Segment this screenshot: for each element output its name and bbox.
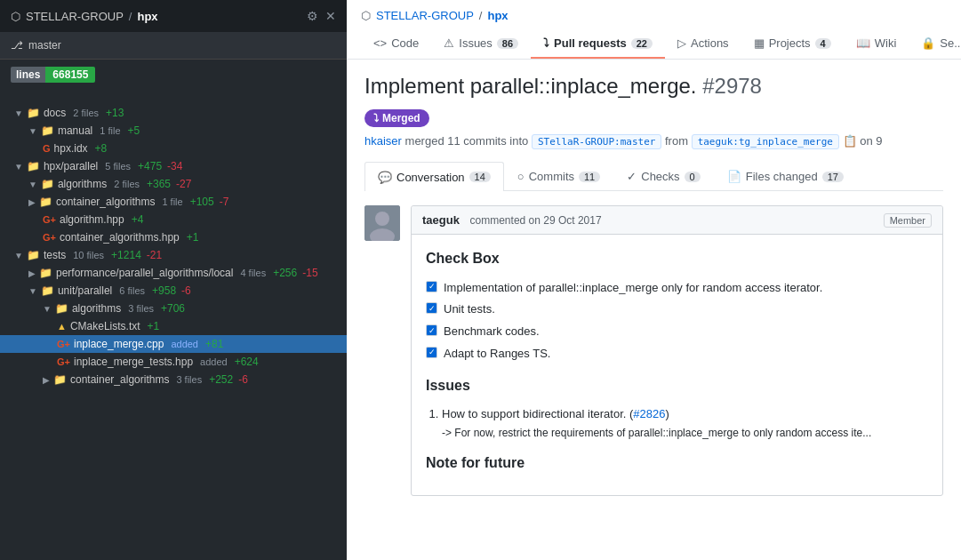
comment-header: taeguk commented on 29 Oct 2017 Member [412, 206, 942, 235]
tab-issues[interactable]: ⚠ Issues 86 [431, 29, 531, 59]
comment-author[interactable]: taeguk [422, 213, 460, 227]
pr-meta-merged-text: merged [405, 134, 448, 148]
merge-icon: ⤵ [373, 112, 379, 124]
issues-icon: ⚠ [444, 36, 454, 50]
tree-item-container-algorithms-hpp[interactable]: G+ container_algorithms.hpp +1 [0, 228, 347, 246]
tree-item-algorithm-hpp[interactable]: G+ algorithm.hpp +4 [0, 211, 347, 228]
tree-item-cmakelists[interactable]: ▲ CMakeLists.txt +1 [0, 317, 347, 335]
nav-home-icon: ⬡ [361, 9, 371, 22]
subtab-commits[interactable]: ○ Commits 11 [504, 162, 613, 190]
tree-item-inplace-merge-cpp[interactable]: G+ inplace_merge.cpp added +81 [0, 335, 347, 353]
subtab-files-changed[interactable]: 📄 Files changed 17 [714, 162, 857, 190]
added-label: added [171, 339, 198, 349]
merged-badge: ⤵ Merged [364, 109, 429, 127]
repo-name-link[interactable]: hpx [487, 9, 508, 22]
pr-content: Implement parallel::inplace_merge. #2978… [347, 60, 961, 528]
count-info: 6 files [119, 285, 145, 296]
tree-item-container-algorithms-2[interactable]: ▶ 📁 container_algorithms 3 files +252 -6 [0, 371, 347, 388]
comment-body: Check Box ✓ Implementation of parallel::… [412, 235, 942, 495]
member-badge: Member [884, 213, 932, 228]
expand-icon: ▼ [43, 304, 52, 314]
added-count: +8 [95, 142, 108, 155]
issues-count: 86 [497, 38, 518, 49]
removed-count: -15 [302, 267, 317, 279]
checkbox: ✓ [426, 281, 437, 292]
pr-base-branch[interactable]: STellaR-GROUP:master [532, 134, 661, 149]
tab-issues-label: Issues [459, 36, 493, 50]
avatar [364, 205, 400, 241]
checkbox: ✓ [426, 347, 437, 358]
sidebar-header: ⬡ STELLAR-GROUP / hpx ⚙ ✕ [0, 0, 347, 32]
pr-title: Implement parallel::inplace_merge. #2978 [364, 74, 943, 99]
added-count: +81 [205, 338, 223, 350]
tree-item-inplace-merge-tests[interactable]: G+ inplace_merge_tests.hpp added +624 [0, 353, 347, 371]
checklist-text: Benchmark codes. [444, 323, 540, 341]
filename: docs [44, 107, 66, 119]
subtab-conversation[interactable]: 💬 Conversation 14 [364, 162, 504, 191]
tree-item-docs[interactable]: ▼ 📁 docs 2 files +13 [0, 104, 347, 122]
pr-number: #2978 [702, 74, 762, 98]
files-icon: 📄 [727, 170, 741, 183]
pr-head-branch[interactable]: taeguk:tg_inplace_merge [692, 134, 839, 149]
tab-projects[interactable]: ▦ Projects 4 [741, 29, 844, 59]
pr-meta-text: hkaiser merged 11 commits into STellaR-G… [364, 134, 883, 148]
pr-author-link[interactable]: hkaiser [364, 134, 402, 148]
expand-icon: ▼ [14, 108, 23, 118]
filename: CMakeLists.txt [70, 320, 140, 332]
tree-item-container-algorithms-1[interactable]: ▶ 📁 container_algorithms 1 file +105 -7 [0, 193, 347, 211]
comment-box: taeguk commented on 29 Oct 2017 Member C… [411, 205, 943, 496]
count-info: 1 file [100, 125, 120, 136]
added-count: +5 [128, 124, 140, 137]
filename: hpx.idx [54, 142, 88, 155]
tab-pull-requests[interactable]: ⤵ Pull requests 22 [531, 29, 665, 59]
tree-item-unit-parallel[interactable]: ▼ 📁 unit/parallel 6 files +958 -6 [0, 282, 347, 300]
lines-value: 668155 [45, 67, 95, 83]
subtab-checks[interactable]: ✓ Checks 0 [613, 162, 713, 190]
branch-name[interactable]: master [28, 39, 61, 52]
tree-item-algorithms-1[interactable]: ▼ 📁 algorithms 2 files +365 -27 [0, 175, 347, 193]
tree-item-perf-parallel[interactable]: ▶ 📁 performance/parallel_algorithms/loca… [0, 264, 347, 282]
tree-item-hpx-idx[interactable]: G hpx.idx +8 [0, 140, 347, 157]
tree-item-tests[interactable]: ▼ 📁 tests 10 files +1214 -21 [0, 246, 347, 264]
tab-actions[interactable]: ▷ Actions [665, 29, 741, 59]
tab-security[interactable]: 🔒 Se... [909, 29, 961, 59]
branch-icon: ⎇ [11, 39, 23, 52]
repo-org-link[interactable]: STELLAR-GROUP [376, 9, 474, 22]
conversation-icon: 💬 [378, 171, 392, 184]
tab-wiki[interactable]: 📖 Wiki [844, 29, 909, 59]
pr-meta-row: ⤵ Merged hkaiser merged 11 commits into … [364, 109, 943, 148]
checklist-text: Implementation of parallel::inplace_merg… [444, 279, 822, 298]
tree-item-manual[interactable]: ▼ 📁 manual 1 file +5 [0, 122, 347, 140]
added-label: added [200, 356, 228, 367]
repo-path-row: ⬡ STELLAR-GROUP / hpx [361, 9, 947, 22]
issue-link[interactable]: #2826 [633, 407, 665, 420]
sidebar: ⬡ STELLAR-GROUP / hpx ⚙ ✕ ⎇ master lines… [0, 0, 347, 560]
sidebar-org[interactable]: STELLAR-GROUP [26, 10, 124, 23]
projects-icon: ▦ [754, 36, 765, 50]
filename: manual [58, 124, 92, 137]
pr-title-text: Implement parallel::inplace_merge. [364, 74, 697, 98]
close-icon[interactable]: ✕ [325, 9, 336, 23]
count-info: 3 files [176, 374, 202, 385]
conversation-count: 14 [469, 172, 491, 182]
sidebar-header-left: ⬡ STELLAR-GROUP / hpx [11, 10, 158, 23]
sidebar-header-right: ⚙ ✕ [307, 9, 336, 23]
code-icon: <> [373, 36, 387, 50]
tree-item-algorithms-2[interactable]: ▼ 📁 algorithms 3 files +706 [0, 300, 347, 317]
tab-code[interactable]: <> Code [361, 29, 431, 59]
filename: inplace_merge_tests.hpp [74, 356, 193, 368]
pr-meta-from-text: from [665, 134, 692, 148]
folder-icon: 📁 [41, 178, 54, 190]
checklist-item: ✓ Adapt to Ranges TS. [426, 345, 928, 364]
commits-count: 11 [579, 172, 600, 182]
tree-item-hpx-parallel[interactable]: ▼ 📁 hpx/parallel 5 files +475 -34 [0, 157, 347, 175]
file-icon: G+ [57, 339, 70, 349]
tab-projects-label: Projects [769, 36, 811, 50]
sidebar-repo[interactable]: hpx [137, 10, 157, 23]
gear-icon[interactable]: ⚙ [307, 9, 318, 23]
checklist: ✓ Implementation of parallel::inplace_me… [426, 279, 928, 364]
count-info: 5 files [105, 161, 131, 172]
count-info: 3 files [128, 303, 154, 314]
added-count: +1214 [111, 249, 141, 261]
checklist-item: ✓ Benchmark codes. [426, 323, 928, 341]
